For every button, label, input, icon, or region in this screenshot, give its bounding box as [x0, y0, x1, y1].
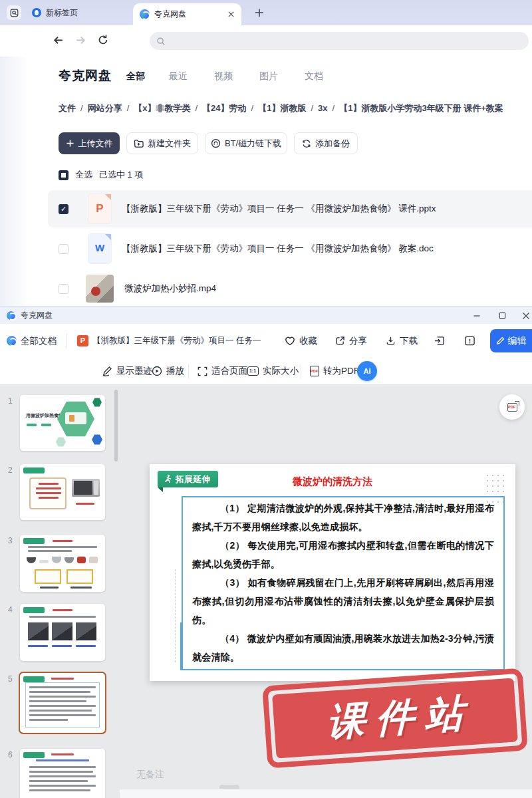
filter-tab-image[interactable]: 图片 [259, 70, 278, 82]
slide-thumbnail-6[interactable] [20, 749, 105, 798]
divider [188, 364, 189, 378]
filter-tab-doc[interactable]: 文档 [305, 70, 323, 82]
actual-size-button[interactable]: 实际大小 [247, 358, 299, 384]
slide-thumbnail-panel: 1 用微波炉加热食物 2 3 [0, 384, 120, 798]
breadcrumb-item[interactable]: 文件 [59, 102, 76, 114]
breadcrumb-item[interactable]: 3x [306, 103, 327, 113]
convert-to-pdf-label: 转为PDF [323, 365, 359, 377]
document-tab[interactable]: 【浙教版】三年级下册《劳动》项目一 任务一 [77, 324, 261, 358]
collections-icon[interactable] [7, 5, 21, 20]
decor [56, 437, 66, 447]
maximize-icon[interactable] [492, 307, 512, 325]
file-name[interactable]: 微波炉加热小妙招.mp4 [124, 283, 216, 295]
viewer-main: 1 用微波炉加热食物 2 3 [0, 384, 532, 798]
breadcrumb-item[interactable]: 网站分享 [76, 102, 122, 114]
page-edge-fade [0, 57, 29, 306]
decor [28, 622, 49, 640]
slide-number: 1 [8, 396, 13, 406]
tab-label: 新标签页 [46, 7, 78, 19]
fit-page-button[interactable]: 适合页面 [198, 358, 247, 384]
breadcrumb-item[interactable]: 【24】劳动 [190, 102, 246, 114]
slide-paragraph: （4） 微波炉内壁如有顽固油渍,用碗装水放进去加热2-3分钟,污渍就会清除。 [192, 629, 494, 666]
decor [29, 719, 68, 721]
filter-tab-video[interactable]: 视频 [214, 70, 233, 82]
slide-number: 4 [8, 605, 13, 614]
divider [66, 334, 67, 348]
tab-close-icon[interactable] [227, 11, 235, 18]
decor [89, 557, 98, 563]
ai-icon: AI [364, 367, 371, 375]
feedback-button[interactable] [464, 324, 475, 358]
decor [52, 645, 72, 647]
row-checkbox[interactable] [59, 244, 68, 254]
file-row-mp4[interactable]: 微波炉加热小妙招.mp4 [48, 270, 532, 307]
show-ink-button[interactable]: 显示墨迹 [102, 358, 152, 384]
decor [40, 587, 59, 589]
backup-sync-icon [302, 139, 311, 148]
decor [29, 789, 90, 791]
favorite-button[interactable]: 收藏 [285, 324, 317, 358]
decor [36, 759, 89, 761]
new-tab-button[interactable] [253, 6, 266, 19]
thumbnail-scrollbar[interactable] [114, 390, 118, 462]
bt-magnet-label: BT/磁力链下载 [225, 138, 281, 150]
forward-icon[interactable] [74, 34, 87, 47]
file-row-doc[interactable]: 【浙教版】三年级下册《劳动》项目一 任务一 《用微波炉加热食物》 教案.doc [48, 230, 532, 267]
bt-magnet-download-button[interactable]: BT/磁力链下载 [205, 132, 287, 154]
select-all-checkbox[interactable] [59, 170, 68, 180]
notes-footer-strip [120, 789, 532, 798]
notes-placeholder[interactable]: 无备注 [136, 769, 164, 781]
filter-tab-all[interactable]: 全部 [126, 70, 145, 82]
address-search-bar[interactable] [150, 32, 529, 50]
decor [36, 487, 61, 489]
play-button[interactable]: 播放 [152, 358, 184, 384]
decor [29, 691, 90, 693]
slide-thumbnail-1[interactable]: 用微波炉加热食物 [20, 395, 105, 451]
pdf-rotate-icon [507, 403, 517, 412]
refresh-icon[interactable] [97, 34, 109, 46]
dashed-line-decor [175, 569, 176, 662]
tab-new-tab[interactable]: 新标签页 [32, 0, 78, 25]
decor [77, 557, 86, 563]
slide-page[interactable]: 拓展延伸 微波炉的清洗方法 （1） 定期清洁微波炉的外观,保持其干净整洁,清洁时… [150, 464, 515, 681]
decor [29, 766, 96, 768]
decor [23, 676, 45, 682]
file-name[interactable]: 【浙教版】三年级下册《劳动》项目一 任务一 《用微波炉加热食物》 课件.pptx [122, 203, 436, 215]
add-backup-button[interactable]: 添加备份 [294, 132, 358, 154]
share-button[interactable]: 分享 [335, 324, 367, 358]
slide-number: 6 [8, 750, 13, 759]
upload-file-button[interactable]: 上传文件 [59, 132, 120, 154]
minimize-icon[interactable] [467, 307, 487, 325]
file-name[interactable]: 【浙教版】三年级下册《劳动》项目一 任务一 《用微波炉加热食物》 教案.doc [122, 243, 434, 255]
decor [28, 645, 48, 647]
decor [53, 540, 72, 542]
new-folder-button[interactable]: 新建文件夹 [126, 132, 198, 154]
slide-thumbnail-5-active[interactable] [20, 673, 105, 733]
thumb-title: 用微波炉加热食物 [26, 412, 63, 419]
convert-to-pdf-floating-button[interactable] [499, 394, 525, 420]
slide-thumbnail-2[interactable] [20, 464, 105, 520]
filter-tab-recent[interactable]: 最近 [169, 70, 188, 82]
breadcrumb-item[interactable]: 【1】浙教版 [247, 102, 307, 114]
select-all-label[interactable]: 全选 [75, 169, 92, 181]
back-icon[interactable] [52, 34, 65, 47]
all-documents-button[interactable]: 全部文档 [7, 324, 57, 358]
slide-thumbnail-3[interactable] [20, 535, 105, 592]
row-checkbox[interactable] [59, 284, 68, 294]
row-checkbox-checked[interactable] [59, 204, 68, 214]
breadcrumb-item[interactable]: 【x】非教学类 [122, 102, 191, 114]
slide-paragraph: （3） 如有食物碎屑残留在门上,先用牙刷将碎屑刷出,然后再用湿布擦拭,但切勿用湿… [192, 573, 494, 629]
ai-assistant-button[interactable]: AI [357, 361, 377, 381]
save-to-drive-button[interactable] [434, 324, 445, 358]
download-button[interactable]: 下载 [386, 324, 418, 358]
save-to-drive-icon [434, 335, 445, 346]
decor [29, 616, 96, 618]
file-row-pptx[interactable]: 【浙教版】三年级下册《劳动》项目一 任务一 《用微波炉加热食物》 课件.pptx [48, 190, 532, 227]
slide-thumbnail-4[interactable] [20, 604, 105, 661]
decor [76, 503, 94, 505]
convert-to-pdf-button[interactable]: 转为PDF [310, 358, 359, 384]
tab-quark-drive[interactable]: 夸克网盘 [133, 3, 241, 25]
edit-button[interactable]: 编辑 [490, 329, 532, 352]
close-icon[interactable] [516, 307, 532, 325]
pptx-file-icon [88, 194, 111, 223]
